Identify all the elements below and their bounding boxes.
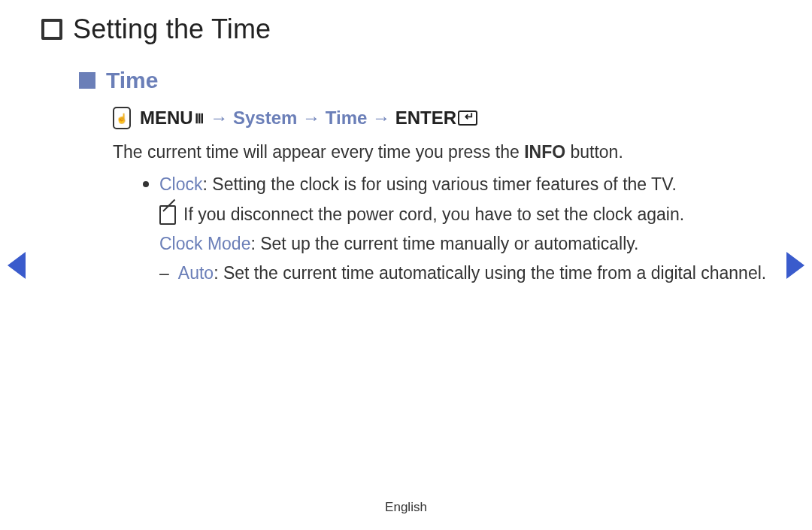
intro-post: button. (565, 142, 623, 162)
menu-label: MENU (140, 108, 193, 128)
bullet-icon (143, 181, 149, 187)
nav-system: System (233, 108, 297, 128)
clock-mode-term: Clock Mode (159, 234, 250, 253)
clock-text: : Setting the clock is for using various… (203, 174, 677, 194)
prev-page-button[interactable] (8, 252, 26, 279)
section-heading-row: Time (79, 68, 771, 93)
footer-language: English (0, 500, 812, 515)
hand-icon: ☝ (113, 107, 131, 129)
clock-note: If you disconnect the power cord, you ha… (159, 202, 771, 227)
intro-info: INFO (524, 142, 565, 162)
bullet-block: Clock: Setting the clock is for using va… (143, 172, 771, 286)
next-page-button[interactable] (786, 252, 804, 279)
enter-icon (458, 111, 477, 126)
page-title: Setting the Time (73, 14, 271, 45)
auto-text: : Set the current time automatically usi… (214, 263, 766, 283)
page-content: Setting the Time Time ☝ MENUⅢ → System →… (41, 14, 771, 286)
clock-term: Clock (159, 174, 203, 194)
enter-label: ENTER (395, 108, 456, 128)
page-title-row: Setting the Time (41, 14, 771, 45)
menu-path: ☝ MENUⅢ → System → Time → ENTER (113, 107, 771, 129)
dash-icon: – (159, 261, 169, 286)
note-icon (159, 205, 176, 225)
auto-term: Auto (178, 263, 214, 283)
auto-item: – Auto: Set the current time automatical… (159, 261, 771, 286)
square-bullet-icon (79, 72, 95, 89)
menu-glyph-icon: Ⅲ (195, 111, 202, 126)
clock-text-wrap: Clock: Setting the clock is for using va… (159, 172, 771, 197)
arrow-icon: → (372, 108, 390, 128)
auto-text-wrap: Auto: Set the current time automatically… (178, 261, 771, 286)
nav-time: Time (326, 108, 368, 128)
clock-note-text: If you disconnect the power cord, you ha… (183, 202, 684, 227)
book-icon (41, 19, 62, 40)
clock-mode-item: Clock Mode: Set up the current time manu… (159, 232, 771, 256)
intro-text: The current time will appear every time … (113, 140, 771, 165)
section-heading: Time (106, 68, 158, 93)
arrow-icon: → (302, 108, 320, 128)
clock-item: Clock: Setting the clock is for using va… (143, 172, 771, 197)
clock-mode-text: : Set up the current time manually or au… (250, 234, 638, 253)
intro-pre: The current time will appear every time … (113, 142, 524, 162)
section-time: Time ☝ MENUⅢ → System → Time → ENTER The… (79, 68, 771, 286)
arrow-icon: → (210, 108, 228, 128)
